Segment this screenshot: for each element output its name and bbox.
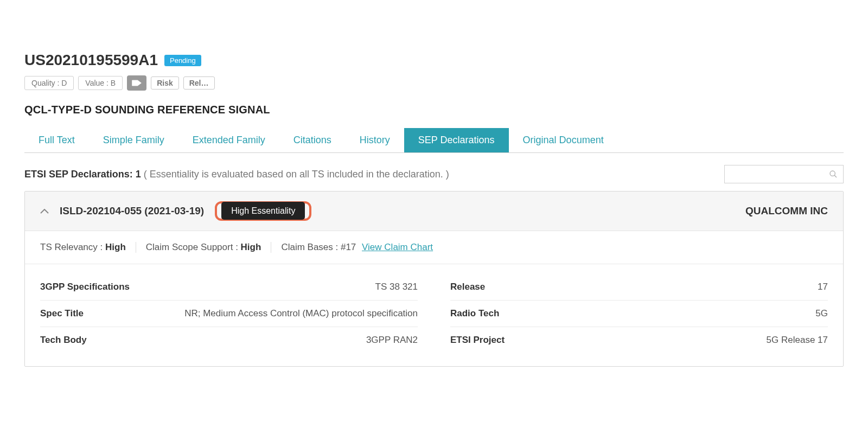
- declarations-summary: ETSI SEP Declarations: 1 ( Essentiality …: [24, 169, 449, 180]
- value-badge[interactable]: Value : B: [78, 76, 123, 90]
- decl-label-prefix: ETSI SEP Declarations:: [24, 169, 136, 180]
- spec-col-left: 3GPP Specifications TS 38 321 Spec Title…: [40, 274, 418, 353]
- spec-label: Radio Tech: [450, 308, 548, 319]
- declaration-id: ISLD-202104-055 (2021-03-19): [60, 205, 204, 217]
- declarations-summary-row: ETSI SEP Declarations: 1 ( Essentiality …: [24, 165, 844, 183]
- spec-value: 5G: [548, 308, 828, 319]
- patent-title: QCL-TYPE-D SOUNDING REFERENCE SIGNAL: [24, 104, 844, 116]
- spec-label: Release: [450, 282, 548, 292]
- spec-row: Radio Tech 5G: [450, 301, 828, 327]
- chevron-up-icon: [40, 207, 49, 215]
- tab-extended-family[interactable]: Extended Family: [178, 128, 279, 152]
- claim-bases: Claim Bases : #17 View Claim Chart: [271, 242, 443, 253]
- claim-scope-value: High: [241, 242, 261, 252]
- declaration-card-header[interactable]: ISLD-202104-055 (2021-03-19) High Essent…: [25, 192, 843, 231]
- essentiality-pill: High Essentiality: [221, 202, 305, 220]
- tab-simple-family[interactable]: Simple Family: [89, 128, 178, 152]
- rel-button[interactable]: Rel…: [183, 76, 215, 90]
- spec-value: 5G Release 17: [548, 335, 828, 346]
- risk-button[interactable]: Risk: [151, 76, 179, 90]
- spec-value: 17: [548, 282, 828, 292]
- tab-full-text[interactable]: Full Text: [24, 128, 89, 152]
- ts-relevancy-label: TS Relevancy :: [40, 242, 105, 252]
- patent-header: US20210195599A1 Pending: [24, 52, 844, 69]
- tab-sep-declarations[interactable]: SEP Declarations: [404, 128, 509, 152]
- quality-badge[interactable]: Quality : D: [24, 76, 74, 90]
- badge-row: Quality : D Value : B Risk Rel…: [24, 75, 844, 91]
- ts-relevancy-value: High: [105, 242, 126, 252]
- tabs: Full Text Simple Family Extended Family …: [24, 128, 844, 153]
- svg-point-0: [830, 171, 835, 176]
- tag-icon[interactable]: [127, 75, 146, 91]
- company-name: QUALCOMM INC: [745, 205, 828, 217]
- patent-id: US20210195599A1: [24, 52, 158, 69]
- svg-line-1: [834, 175, 837, 177]
- spec-section: 3GPP Specifications TS 38 321 Spec Title…: [25, 264, 843, 366]
- spec-label: ETSI Project: [450, 335, 548, 346]
- spec-row: Release 17: [450, 274, 828, 301]
- search-icon: [829, 170, 838, 178]
- search-input[interactable]: [724, 165, 844, 183]
- spec-label: Tech Body: [40, 335, 138, 346]
- claim-scope-label: Claim Scope Support :: [146, 242, 241, 252]
- decl-count: 1: [136, 169, 141, 180]
- tab-history[interactable]: History: [346, 128, 404, 152]
- status-badge: Pending: [164, 55, 201, 66]
- spec-col-right: Release 17 Radio Tech 5G ETSI Project 5G…: [450, 274, 828, 353]
- declaration-meta-row: TS Relevancy : High Claim Scope Support …: [25, 231, 843, 264]
- declaration-card: ISLD-202104-055 (2021-03-19) High Essent…: [24, 191, 844, 367]
- spec-value: NR; Medium Access Control (MAC) protocol…: [138, 308, 418, 319]
- tab-original-document[interactable]: Original Document: [509, 128, 618, 152]
- ts-relevancy: TS Relevancy : High: [40, 242, 136, 253]
- spec-row: 3GPP Specifications TS 38 321: [40, 274, 418, 301]
- spec-value: 3GPP RAN2: [138, 335, 418, 346]
- spec-label: Spec Title: [40, 308, 138, 319]
- tab-citations[interactable]: Citations: [279, 128, 346, 152]
- decl-note: ( Essentiality is evaluated based on all…: [144, 169, 449, 180]
- view-claim-chart-link[interactable]: View Claim Chart: [362, 242, 433, 252]
- spec-row: Spec Title NR; Medium Access Control (MA…: [40, 301, 418, 327]
- spec-value: TS 38 321: [138, 282, 418, 292]
- claim-scope: Claim Scope Support : High: [136, 242, 272, 253]
- claim-bases-label: Claim Bases : #17: [281, 242, 356, 252]
- spec-row: ETSI Project 5G Release 17: [450, 327, 828, 353]
- spec-row: Tech Body 3GPP RAN2: [40, 327, 418, 353]
- spec-label: 3GPP Specifications: [40, 282, 138, 292]
- essentiality-highlight: High Essentiality: [215, 201, 311, 221]
